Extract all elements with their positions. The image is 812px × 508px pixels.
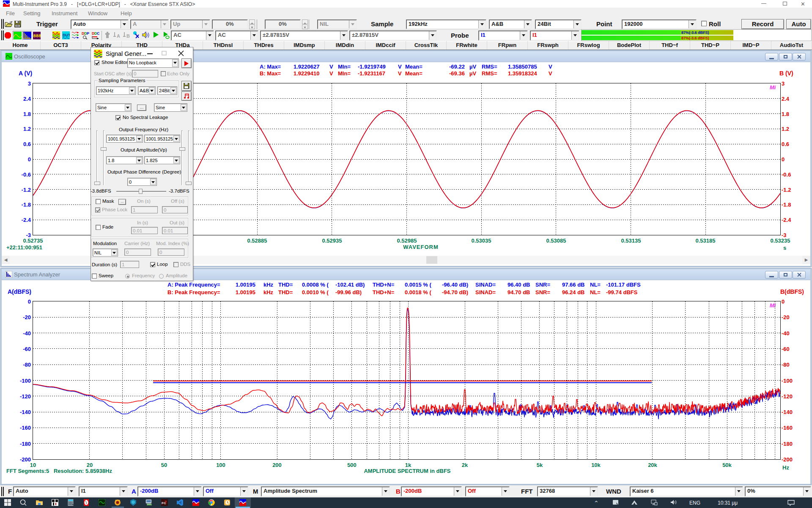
svg-text:DUT: DUT bbox=[63, 33, 70, 37]
svg-text:7: 7 bbox=[165, 500, 167, 504]
svg-text:888: 888 bbox=[33, 33, 41, 39]
svg-text:C: C bbox=[97, 31, 99, 36]
svg-text:B: B bbox=[126, 33, 130, 39]
svg-text:A: A bbox=[117, 33, 120, 39]
svg-text:P: P bbox=[87, 31, 89, 36]
